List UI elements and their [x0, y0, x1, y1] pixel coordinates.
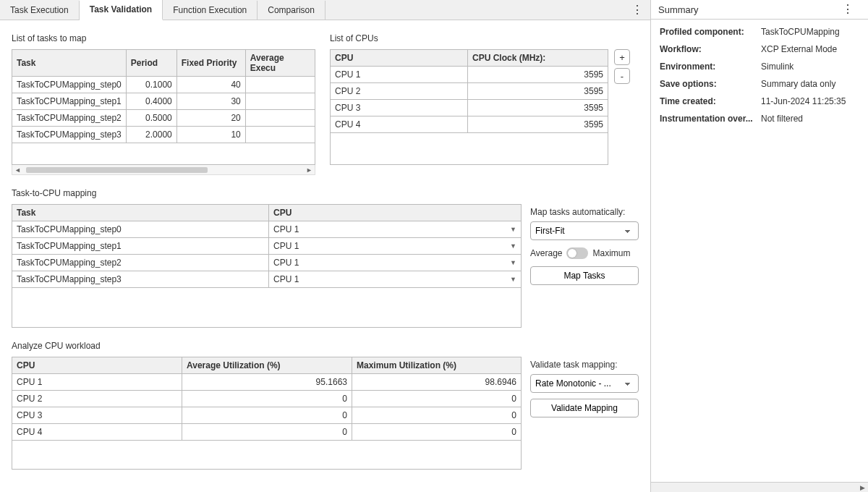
summary-val: Simulink [761, 62, 859, 72]
summary-key: Profiled component: [660, 27, 761, 37]
tasks-th-period[interactable]: Period [126, 50, 176, 77]
summary-val: Summary data only [761, 79, 859, 89]
tasks-th-priority[interactable]: Fixed Priority [176, 50, 245, 77]
cpus-table[interactable]: CPU CPU Clock (MHz): CPU 13595 CPU 23595… [330, 49, 608, 133]
tab-task-validation[interactable]: Task Validation [80, 0, 163, 20]
tab-task-execution[interactable]: Task Execution [0, 1, 80, 20]
table-row[interactable]: TaskToCPUMapping_step32.000010 [12, 127, 315, 143]
table-row[interactable]: TaskToCPUMapping_step0CPU 1▼ [12, 221, 522, 238]
table-row[interactable]: TaskToCPUMapping_step2CPU 1▼ [12, 255, 522, 271]
validate-label: Validate task mapping: [530, 360, 639, 370]
summary-key: Save options: [660, 79, 761, 89]
mapping-cpu-cell[interactable]: CPU 1▼ [269, 271, 522, 288]
summary-body: Profiled component:TaskToCPUMapping Work… [651, 20, 868, 138]
table-row[interactable]: CPU 43595 [331, 116, 608, 133]
summary-header: Summary ⋮ [651, 0, 868, 20]
summary-key: Environment: [660, 62, 761, 72]
toggle-label-maximum: Maximum [592, 248, 630, 258]
cpus-th-cpu[interactable]: CPU [331, 50, 468, 67]
mapping-section-label: Task-to-CPU mapping [12, 188, 639, 198]
side-hscrollbar[interactable]: ▶ [651, 482, 868, 492]
table-row[interactable]: TaskToCPUMapping_step00.100040 [12, 77, 315, 93]
cpus-th-clock[interactable]: CPU Clock (MHz): [468, 50, 608, 67]
summary-title: Summary [658, 4, 699, 15]
tab-comparison[interactable]: Comparison [258, 1, 326, 20]
summary-val: TaskToCPUMapping [761, 27, 859, 37]
summary-key: Time created: [660, 96, 761, 106]
summary-val: XCP External Mode [761, 44, 859, 54]
table-row[interactable]: CPU 400 [12, 424, 522, 441]
summary-val: 11-Jun-2024 11:25:35 [761, 96, 859, 106]
workload-th-cpu[interactable]: CPU [12, 357, 182, 374]
chevron-down-icon: ▼ [510, 226, 516, 233]
tasks-hscrollbar[interactable]: ◄ ► [12, 165, 315, 175]
tasks-section-label: List of tasks to map [12, 33, 315, 43]
toggle-label-average: Average [530, 248, 562, 258]
table-row[interactable]: TaskToCPUMapping_step3CPU 1▼ [12, 271, 522, 288]
main-tabs-menu-icon[interactable]: ⋮ [624, 4, 650, 16]
workload-th-avg[interactable]: Average Utilization (%) [182, 357, 352, 374]
mapping-cpu-cell[interactable]: CPU 1▼ [269, 221, 522, 238]
table-row[interactable]: TaskToCPUMapping_step1CPU 1▼ [12, 238, 522, 255]
map-tasks-button[interactable]: Map Tasks [530, 266, 639, 285]
mapping-cpu-cell[interactable]: CPU 1▼ [269, 255, 522, 271]
cpus-section-label: List of CPUs [330, 33, 639, 43]
mapping-th-task[interactable]: Task [12, 205, 269, 221]
map-algorithm-select[interactable]: First-Fit [530, 221, 639, 240]
avg-max-toggle[interactable] [566, 247, 588, 259]
tasks-th-avg[interactable]: Average Execu [245, 50, 315, 77]
table-row[interactable]: CPU 23595 [331, 83, 608, 100]
table-row[interactable]: TaskToCPUMapping_step20.500020 [12, 110, 315, 127]
chevron-down-icon: ▼ [510, 276, 516, 283]
summary-key: Workflow: [660, 44, 761, 54]
tab-function-execution[interactable]: Function Execution [163, 1, 258, 20]
table-row[interactable]: CPU 300 [12, 407, 522, 424]
summary-menu-icon[interactable]: ⋮ [835, 4, 861, 15]
validate-mapping-button[interactable]: Validate Mapping [530, 399, 639, 417]
tasks-table[interactable]: Task Period Fixed Priority Average Execu… [12, 49, 315, 143]
tasks-th-task[interactable]: Task [12, 50, 127, 77]
workload-section-label: Analyze CPU workload [12, 341, 639, 351]
summary-val: Not filtered [761, 114, 859, 124]
table-row[interactable]: CPU 195.166398.6946 [12, 374, 522, 391]
table-row[interactable]: TaskToCPUMapping_step10.400030 [12, 93, 315, 110]
validate-algorithm-select[interactable]: Rate Monotonic - ... [530, 374, 639, 393]
mapping-cpu-cell[interactable]: CPU 1▼ [269, 238, 522, 255]
add-cpu-button[interactable]: + [614, 49, 630, 65]
map-auto-label: Map tasks automatically: [530, 207, 639, 217]
table-row[interactable]: CPU 200 [12, 391, 522, 407]
table-row[interactable]: CPU 13595 [331, 67, 608, 83]
main-tabbar: Task Execution Task Validation Function … [0, 0, 650, 20]
chevron-down-icon: ▼ [510, 242, 516, 250]
remove-cpu-button[interactable]: - [614, 68, 630, 84]
chevron-down-icon: ▼ [510, 259, 516, 266]
mapping-table[interactable]: Task CPU TaskToCPUMapping_step0CPU 1▼ Ta… [12, 204, 522, 288]
summary-key: Instrumentation over... [660, 114, 761, 124]
mapping-th-cpu[interactable]: CPU [269, 205, 522, 221]
workload-th-max[interactable]: Maximum Utilization (%) [352, 357, 522, 374]
workload-table[interactable]: CPU Average Utilization (%) Maximum Util… [12, 357, 522, 441]
table-row[interactable]: CPU 33595 [331, 100, 608, 116]
